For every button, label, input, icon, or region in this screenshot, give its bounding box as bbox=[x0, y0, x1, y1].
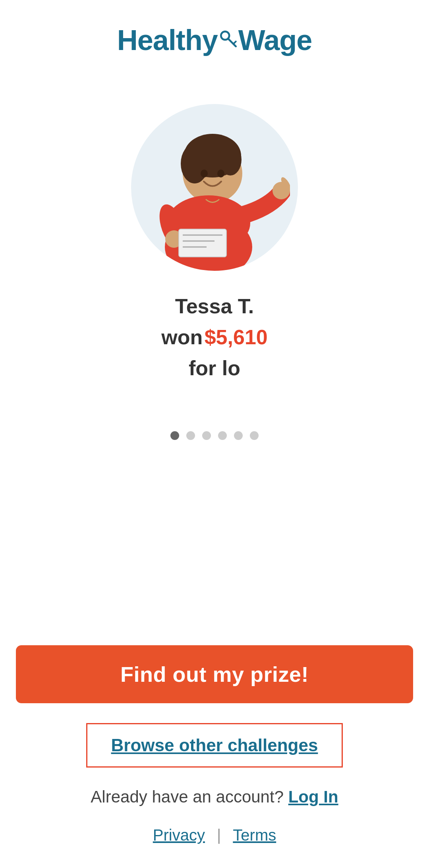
person-image bbox=[139, 112, 290, 271]
svg-point-6 bbox=[181, 144, 209, 183]
avatar bbox=[131, 104, 298, 271]
dot-4[interactable] bbox=[218, 431, 227, 440]
testimonial-text: Tessa T. won $5,610 for lo bbox=[161, 291, 267, 384]
account-text: Already have an account? bbox=[91, 787, 284, 806]
main-content: Tessa T. won $5,610 for lo bbox=[0, 72, 429, 621]
carousel-dots bbox=[170, 431, 259, 440]
header: Healthy Wage bbox=[0, 0, 429, 72]
dot-6[interactable] bbox=[250, 431, 259, 440]
logo-wage: Wage bbox=[238, 24, 312, 56]
svg-line-2 bbox=[233, 41, 236, 44]
logo: Healthy Wage bbox=[117, 24, 312, 56]
logo-healthy: Healthy bbox=[117, 24, 218, 56]
won-label: won bbox=[161, 326, 203, 349]
privacy-link[interactable]: Privacy bbox=[153, 826, 205, 844]
dot-2[interactable] bbox=[186, 431, 195, 440]
testimonial-section: Tessa T. won $5,610 for lo bbox=[16, 104, 413, 384]
browse-btn-container: Browse other challenges bbox=[16, 723, 413, 768]
login-link[interactable]: Log In bbox=[288, 787, 338, 806]
find-prize-button[interactable]: Find out my prize! bbox=[16, 645, 413, 703]
dot-3[interactable] bbox=[202, 431, 211, 440]
person-figure bbox=[131, 104, 298, 271]
svg-point-18 bbox=[201, 170, 208, 177]
terms-link[interactable]: Terms bbox=[233, 826, 276, 844]
dot-5[interactable] bbox=[234, 431, 243, 440]
cta-section: Find out my prize! Browse other challeng… bbox=[0, 645, 429, 868]
svg-rect-14 bbox=[179, 229, 226, 257]
footer-links: Privacy | Terms bbox=[16, 826, 413, 844]
account-section: Already have an account? Log In bbox=[16, 787, 413, 806]
winner-amount: $5,610 bbox=[205, 326, 268, 349]
key-icon bbox=[218, 27, 238, 48]
winner-name: Tessa T. bbox=[161, 291, 267, 322]
dot-1[interactable] bbox=[170, 431, 179, 440]
winner-detail: for lo bbox=[161, 353, 267, 384]
svg-point-19 bbox=[217, 170, 224, 177]
browse-challenges-button[interactable]: Browse other challenges bbox=[86, 723, 343, 768]
footer-divider: | bbox=[217, 826, 221, 844]
